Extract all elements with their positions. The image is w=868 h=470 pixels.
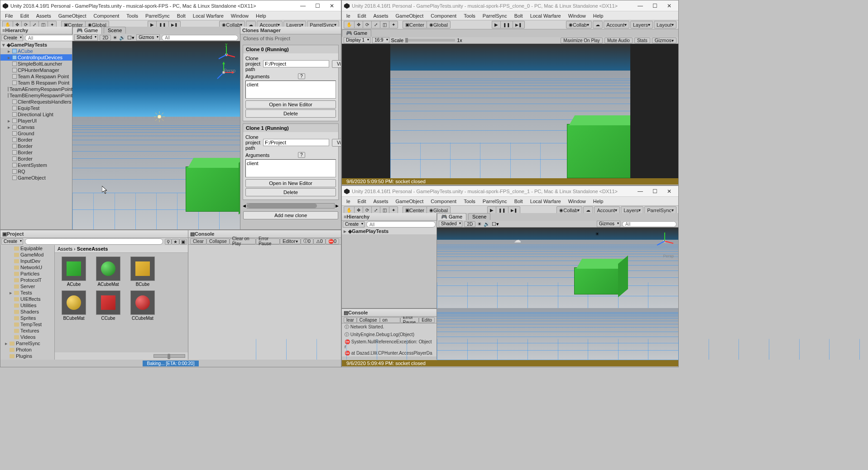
minimize-button[interactable]: —	[633, 187, 647, 196]
scroll-left[interactable]: ◀	[243, 204, 246, 208]
menu-help[interactable]: Help	[590, 198, 607, 205]
hierarchy-search[interactable]	[366, 221, 436, 228]
menu-bolt[interactable]: Bolt	[173, 12, 189, 19]
menu-component[interactable]: Component	[427, 12, 460, 19]
2d-toggle[interactable]: 2D	[464, 221, 475, 227]
menu-window[interactable]: Window	[565, 12, 590, 19]
hierarchy-item[interactable]: ClientRequestsHandlers	[0, 99, 72, 105]
scene-viewport[interactable]: y Persp	[72, 41, 240, 230]
save-icon[interactable]: ▣	[179, 239, 187, 245]
menu-localwarfare[interactable]: Local Warfare	[527, 12, 565, 19]
scene-row[interactable]: ▾◈ GamePlayTests	[0, 42, 72, 48]
hierarchy-create-dd[interactable]: Create	[1, 35, 23, 41]
hierarchy-item[interactable]: SimpleBoltLauncher	[0, 61, 72, 67]
hierarchy-item[interactable]: ▸ControlInputDevices	[0, 54, 72, 61]
mute-toggle[interactable]: Mute Audio	[604, 38, 633, 43]
menu-parrelsync[interactable]: ParrelSync	[142, 12, 173, 19]
clear-button[interactable]: lear	[344, 317, 357, 323]
close-button[interactable]: ✕	[662, 1, 676, 10]
display-dd[interactable]: Display 1	[344, 37, 370, 43]
rect-tool[interactable]: ◫	[380, 21, 389, 28]
hierarchy-item[interactable]: Border	[0, 137, 72, 143]
folder-row[interactable]: NetworkU	[0, 264, 54, 271]
view-button[interactable]: View	[332, 60, 341, 68]
folder-row[interactable]: ▸Tests	[0, 290, 54, 296]
menu-assets[interactable]: Assets	[33, 12, 55, 19]
folder-row[interactable]: Photon	[0, 347, 54, 353]
menu-help[interactable]: Help	[252, 12, 270, 19]
maxplay-toggle[interactable]: Maximize On Play	[561, 38, 603, 43]
menu-le[interactable]: le	[343, 12, 354, 19]
folder-row[interactable]: Shaders	[0, 309, 54, 315]
filter-icon[interactable]: ⚲	[165, 239, 172, 245]
menu-window[interactable]: Window	[565, 198, 590, 205]
layers-button[interactable]: Layers ▾	[630, 21, 653, 28]
path-input[interactable]	[263, 139, 329, 146]
hierarchy-item[interactable]: TeamBEnemyRespawnPoint	[0, 92, 72, 99]
hierarchy-item[interactable]: EquipTest	[0, 105, 72, 111]
minimize-button[interactable]: —	[296, 1, 310, 10]
step-button[interactable]	[513, 21, 525, 28]
hierarchy-item[interactable]: ▸ACube	[0, 48, 72, 54]
editor-dd[interactable]: Edito	[419, 317, 435, 323]
scene-row[interactable]: ▸◈ GamePlayTests	[342, 228, 436, 234]
pause-button[interactable]	[500, 21, 513, 28]
scale-tool[interactable]: ⤢	[371, 21, 380, 28]
hierarchy-item[interactable]: RQ	[0, 168, 72, 175]
menu-tools[interactable]: Tools	[460, 12, 479, 19]
args-textarea[interactable]: client	[245, 159, 336, 177]
game-viewport[interactable]	[342, 44, 678, 178]
rotate-tool[interactable]: ⟳	[363, 21, 371, 28]
audio-toggle-icon[interactable]: 🔊	[484, 221, 490, 227]
args-help[interactable]: ?	[298, 73, 305, 79]
asset-item[interactable]: CCubeMat	[127, 290, 158, 321]
fav-icon[interactable]: ★	[172, 239, 179, 245]
asset-item[interactable]: ACube	[58, 256, 89, 287]
breadcrumb[interactable]: Assets › SceneAssets	[55, 245, 188, 253]
menu-parrelsync[interactable]: ParrelSync	[479, 12, 511, 19]
menu-gameobject[interactable]: GameObject	[55, 12, 90, 19]
delete-button[interactable]: Delete	[245, 109, 336, 118]
close-button[interactable]: ✕	[662, 187, 676, 196]
minimize-button[interactable]: —	[633, 1, 647, 10]
console-line[interactable]: ⓘ Network Started.	[342, 323, 436, 331]
menu-gameobject[interactable]: GameObject	[392, 198, 427, 205]
tab-scene[interactable]: Scene	[468, 213, 490, 220]
hierarchy-item[interactable]: EventSystem	[0, 162, 72, 168]
pivot-global-button[interactable]: ◉ Global	[427, 21, 451, 28]
console-line[interactable]: ⛔ System.NullReferenceException: Object …	[342, 339, 436, 350]
menu-tools[interactable]: Tools	[123, 12, 142, 19]
fx-toggle-icon[interactable]: ☐▾	[492, 221, 499, 227]
clearplay-button[interactable]: Clear on Play	[380, 317, 400, 323]
menu-edit[interactable]: Edit	[17, 12, 33, 19]
delete-button[interactable]: Delete	[245, 188, 336, 196]
collapse-button[interactable]: Collapse	[357, 317, 380, 323]
args-help[interactable]: ?	[298, 152, 305, 158]
shading-mode-dd[interactable]: Shaded	[439, 221, 462, 227]
menu-component[interactable]: Component	[427, 198, 460, 205]
gizmos-dd[interactable]: Gizmos	[597, 221, 620, 227]
menu-tools[interactable]: Tools	[460, 198, 479, 205]
stats-toggle[interactable]: Stats	[634, 38, 650, 43]
hierarchy-item[interactable]: Team A Respawn Point	[0, 73, 72, 80]
clones-scrollbar[interactable]	[247, 203, 335, 209]
folder-row[interactable]: InputDev	[0, 258, 54, 264]
maximize-button[interactable]: ☐	[647, 187, 662, 196]
move-tool[interactable]: ✥	[354, 21, 363, 28]
error-count[interactable]: ⛔ 0	[326, 238, 339, 244]
folder-row[interactable]: UIEffects	[0, 296, 54, 302]
menu-file[interactable]: File	[1, 12, 17, 19]
clearplay-button[interactable]: Clear on Play	[230, 238, 256, 244]
hierarchy-item[interactable]: CPHunterManager	[0, 67, 72, 73]
account-button[interactable]: Account ▾	[604, 21, 629, 28]
folder-row[interactable]: Server	[0, 283, 54, 290]
hierarchy-item[interactable]: TeamAEnemyRespawnPoint	[0, 86, 72, 92]
folder-row[interactable]: ▸ParrelSync	[0, 340, 54, 347]
fx-toggle-icon[interactable]: ☐▾	[127, 35, 134, 41]
menu-bolt[interactable]: Bolt	[511, 12, 527, 19]
orient-gizmo[interactable]	[653, 230, 676, 252]
project-search[interactable]	[25, 238, 163, 245]
asset-item[interactable]: ACubeMat	[93, 256, 124, 287]
asset-item[interactable]: CCube	[93, 290, 124, 321]
console-line[interactable]: ⛔ at Dazad.LW.CPHunter.AccessPlayerDa	[342, 350, 436, 356]
